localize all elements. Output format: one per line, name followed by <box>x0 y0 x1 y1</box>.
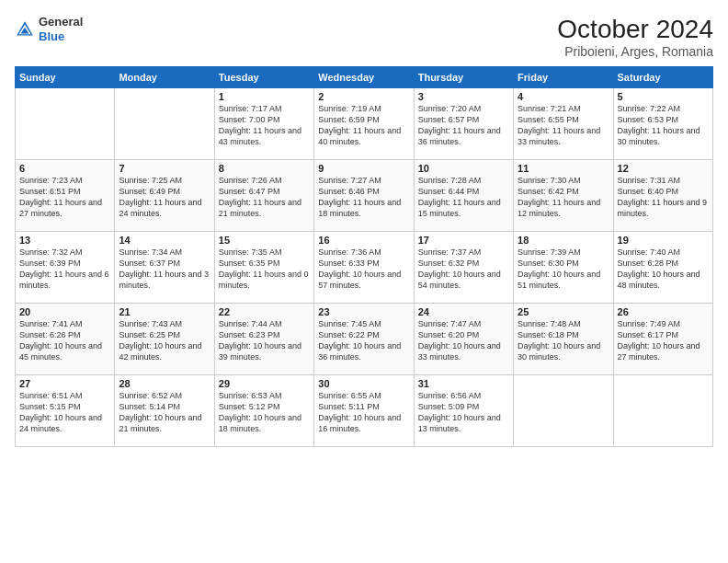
day-number: 28 <box>119 378 210 389</box>
calendar-week-4: 20Sunrise: 7:41 AMSunset: 6:26 PMDayligh… <box>16 304 713 375</box>
day-number: 9 <box>318 163 409 174</box>
day-number: 19 <box>618 235 709 246</box>
logo-icon <box>15 19 35 40</box>
calendar-cell <box>16 88 115 160</box>
calendar-cell <box>514 375 613 447</box>
day-info: Sunrise: 7:36 AMSunset: 6:33 PMDaylight:… <box>318 247 409 292</box>
calendar-cell: 1Sunrise: 7:17 AMSunset: 7:00 PMDaylight… <box>214 88 313 160</box>
calendar-cell: 14Sunrise: 7:34 AMSunset: 6:37 PMDayligh… <box>115 232 214 304</box>
calendar-cell: 16Sunrise: 7:36 AMSunset: 6:33 PMDayligh… <box>314 232 414 304</box>
day-number: 15 <box>219 235 310 246</box>
calendar-cell: 4Sunrise: 7:21 AMSunset: 6:55 PMDaylight… <box>514 88 613 160</box>
day-info: Sunrise: 7:28 AMSunset: 6:44 PMDaylight:… <box>418 175 509 220</box>
day-info: Sunrise: 7:35 AMSunset: 6:35 PMDaylight:… <box>219 247 310 292</box>
day-info: Sunrise: 7:48 AMSunset: 6:18 PMDaylight:… <box>518 318 609 363</box>
day-number: 29 <box>219 378 310 389</box>
day-info: Sunrise: 7:31 AMSunset: 6:40 PMDaylight:… <box>618 175 709 220</box>
day-header-monday: Monday <box>115 67 214 88</box>
calendar-cell: 3Sunrise: 7:20 AMSunset: 6:57 PMDaylight… <box>414 88 513 160</box>
day-info: Sunrise: 7:43 AMSunset: 6:25 PMDaylight:… <box>119 318 210 363</box>
day-info: Sunrise: 7:47 AMSunset: 6:20 PMDaylight:… <box>418 318 509 363</box>
calendar-cell: 17Sunrise: 7:37 AMSunset: 6:32 PMDayligh… <box>414 232 513 304</box>
day-header-tuesday: Tuesday <box>214 67 313 88</box>
calendar-cell: 13Sunrise: 7:32 AMSunset: 6:39 PMDayligh… <box>16 232 115 304</box>
day-header-sunday: Sunday <box>16 67 115 88</box>
calendar-cell: 2Sunrise: 7:19 AMSunset: 6:59 PMDaylight… <box>314 88 414 160</box>
logo-general: General <box>39 15 83 29</box>
calendar-title: October 2024 <box>557 15 713 44</box>
day-info: Sunrise: 7:32 AMSunset: 6:39 PMDaylight:… <box>19 247 110 292</box>
day-info: Sunrise: 7:19 AMSunset: 6:59 PMDaylight:… <box>318 103 409 148</box>
day-header-wednesday: Wednesday <box>314 67 414 88</box>
calendar-cell: 22Sunrise: 7:44 AMSunset: 6:23 PMDayligh… <box>214 304 313 375</box>
page: General Blue October 2024 Priboieni, Arg… <box>0 0 728 563</box>
day-number: 16 <box>318 235 409 246</box>
calendar-cell: 28Sunrise: 6:52 AMSunset: 5:14 PMDayligh… <box>115 375 214 447</box>
day-number: 31 <box>418 378 509 389</box>
day-number: 17 <box>418 235 509 246</box>
day-info: Sunrise: 7:44 AMSunset: 6:23 PMDaylight:… <box>219 318 310 363</box>
day-number: 4 <box>518 91 609 102</box>
days-header-row: SundayMondayTuesdayWednesdayThursdayFrid… <box>16 67 713 88</box>
calendar-cell: 30Sunrise: 6:55 AMSunset: 5:11 PMDayligh… <box>314 375 414 447</box>
calendar-cell: 5Sunrise: 7:22 AMSunset: 6:53 PMDaylight… <box>613 88 712 160</box>
calendar-cell: 12Sunrise: 7:31 AMSunset: 6:40 PMDayligh… <box>613 160 712 232</box>
day-number: 11 <box>518 163 609 174</box>
title-area: October 2024 Priboieni, Arges, Romania <box>557 15 713 59</box>
calendar-cell: 24Sunrise: 7:47 AMSunset: 6:20 PMDayligh… <box>414 304 513 375</box>
day-number: 10 <box>418 163 509 174</box>
calendar-cell: 27Sunrise: 6:51 AMSunset: 5:15 PMDayligh… <box>16 375 115 447</box>
day-number: 18 <box>518 235 609 246</box>
calendar-cell: 21Sunrise: 7:43 AMSunset: 6:25 PMDayligh… <box>115 304 214 375</box>
calendar-week-3: 13Sunrise: 7:32 AMSunset: 6:39 PMDayligh… <box>16 232 713 304</box>
calendar-cell: 15Sunrise: 7:35 AMSunset: 6:35 PMDayligh… <box>214 232 313 304</box>
day-info: Sunrise: 7:27 AMSunset: 6:46 PMDaylight:… <box>318 175 409 220</box>
calendar-header: SundayMondayTuesdayWednesdayThursdayFrid… <box>16 67 713 88</box>
day-number: 2 <box>318 91 409 102</box>
calendar-body: 1Sunrise: 7:17 AMSunset: 7:00 PMDaylight… <box>16 88 713 447</box>
day-number: 5 <box>618 91 709 102</box>
calendar-cell: 7Sunrise: 7:25 AMSunset: 6:49 PMDaylight… <box>115 160 214 232</box>
day-number: 30 <box>318 378 409 389</box>
calendar-cell: 26Sunrise: 7:49 AMSunset: 6:17 PMDayligh… <box>613 304 712 375</box>
calendar-week-1: 1Sunrise: 7:17 AMSunset: 7:00 PMDaylight… <box>16 88 713 160</box>
calendar-cell: 11Sunrise: 7:30 AMSunset: 6:42 PMDayligh… <box>514 160 613 232</box>
calendar-cell: 20Sunrise: 7:41 AMSunset: 6:26 PMDayligh… <box>16 304 115 375</box>
calendar-cell <box>613 375 712 447</box>
day-header-saturday: Saturday <box>613 67 712 88</box>
day-number: 21 <box>119 306 210 317</box>
day-info: Sunrise: 6:51 AMSunset: 5:15 PMDaylight:… <box>19 390 110 435</box>
calendar-cell: 9Sunrise: 7:27 AMSunset: 6:46 PMDaylight… <box>314 160 414 232</box>
day-number: 26 <box>618 306 709 317</box>
calendar-week-5: 27Sunrise: 6:51 AMSunset: 5:15 PMDayligh… <box>16 375 713 447</box>
day-info: Sunrise: 6:53 AMSunset: 5:12 PMDaylight:… <box>219 390 310 435</box>
day-info: Sunrise: 7:30 AMSunset: 6:42 PMDaylight:… <box>518 175 609 220</box>
calendar-cell: 25Sunrise: 7:48 AMSunset: 6:18 PMDayligh… <box>514 304 613 375</box>
logo: General Blue <box>15 15 83 43</box>
calendar-cell: 10Sunrise: 7:28 AMSunset: 6:44 PMDayligh… <box>414 160 513 232</box>
day-number: 8 <box>219 163 310 174</box>
day-info: Sunrise: 7:45 AMSunset: 6:22 PMDaylight:… <box>318 318 409 363</box>
calendar-cell: 23Sunrise: 7:45 AMSunset: 6:22 PMDayligh… <box>314 304 414 375</box>
calendar-cell: 8Sunrise: 7:26 AMSunset: 6:47 PMDaylight… <box>214 160 313 232</box>
calendar-cell: 18Sunrise: 7:39 AMSunset: 6:30 PMDayligh… <box>514 232 613 304</box>
day-info: Sunrise: 7:40 AMSunset: 6:28 PMDaylight:… <box>618 247 709 292</box>
day-info: Sunrise: 6:52 AMSunset: 5:14 PMDaylight:… <box>119 390 210 435</box>
day-info: Sunrise: 7:23 AMSunset: 6:51 PMDaylight:… <box>19 175 110 220</box>
day-info: Sunrise: 7:26 AMSunset: 6:47 PMDaylight:… <box>219 175 310 220</box>
day-number: 3 <box>418 91 509 102</box>
logo-blue: Blue <box>39 29 64 43</box>
day-number: 24 <box>418 306 509 317</box>
logo-text: General Blue <box>39 15 83 43</box>
day-info: Sunrise: 6:56 AMSunset: 5:09 PMDaylight:… <box>418 390 509 435</box>
day-header-thursday: Thursday <box>414 67 513 88</box>
calendar-cell: 6Sunrise: 7:23 AMSunset: 6:51 PMDaylight… <box>16 160 115 232</box>
day-number: 22 <box>219 306 310 317</box>
calendar-cell: 29Sunrise: 6:53 AMSunset: 5:12 PMDayligh… <box>214 375 313 447</box>
day-info: Sunrise: 7:17 AMSunset: 7:00 PMDaylight:… <box>219 103 310 148</box>
day-number: 13 <box>19 235 110 246</box>
day-number: 12 <box>618 163 709 174</box>
day-number: 14 <box>119 235 210 246</box>
day-info: Sunrise: 7:21 AMSunset: 6:55 PMDaylight:… <box>518 103 609 148</box>
day-info: Sunrise: 7:41 AMSunset: 6:26 PMDaylight:… <box>19 318 110 363</box>
